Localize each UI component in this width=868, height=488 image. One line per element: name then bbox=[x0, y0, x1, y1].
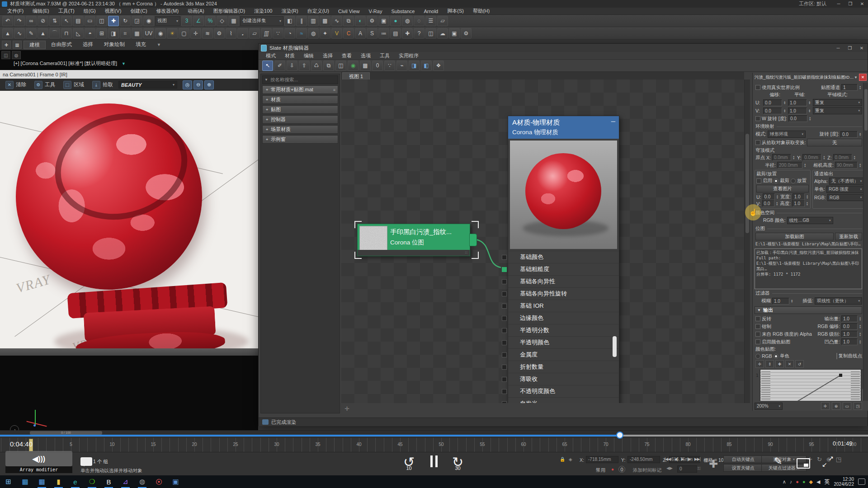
menu-动画(A)[interactable]: 动画(A) bbox=[183, 8, 209, 14]
mirror-icon[interactable]: ◧ bbox=[284, 16, 295, 26]
danmaku-chat-icon[interactable] bbox=[80, 457, 92, 466]
v-tile-field[interactable]: 1.0 bbox=[788, 108, 807, 114]
menu-文件(F)[interactable]: 文件(F) bbox=[3, 8, 28, 14]
tray-shield-icon[interactable]: ◆ bbox=[809, 479, 813, 485]
move-point-icon[interactable]: ✛ bbox=[755, 360, 764, 368]
pause-button[interactable] bbox=[430, 455, 439, 467]
slot-connector[interactable] bbox=[502, 279, 507, 284]
menu-渲染(R)[interactable]: 渲染(R) bbox=[277, 8, 302, 14]
utility-icon[interactable]: ✚ bbox=[402, 28, 413, 38]
viewport-label[interactable]: [+] [Corona Camera001] [标准*] [默认明暗处理]▼ bbox=[14, 60, 126, 67]
slate-menu-工具[interactable]: 工具 bbox=[375, 52, 394, 59]
named-selection-icon[interactable]: ▦ bbox=[228, 16, 239, 26]
menu-图形编辑器(D)[interactable]: 图形编辑器(D) bbox=[209, 8, 250, 14]
v-tile-mode-dropdown[interactable]: 重复▾ bbox=[813, 107, 862, 114]
hair-icon[interactable]: ∭ bbox=[261, 28, 272, 38]
put-to-library-icon[interactable]: ⇧ bbox=[299, 61, 310, 71]
node-header[interactable]: A材质-物理材质 Corona 物理材质 ─ bbox=[508, 116, 619, 139]
rgb-dropdown[interactable]: RGB▾ bbox=[827, 194, 864, 201]
slot-折射数量[interactable]: 折射数量 bbox=[508, 361, 619, 373]
browser-group-控制器[interactable]: ＋控制器 bbox=[262, 115, 338, 124]
layout-all-icon[interactable]: ⧉ bbox=[323, 61, 334, 71]
script-icon[interactable]: ≔ bbox=[378, 28, 389, 38]
clamp-checkbox[interactable] bbox=[755, 324, 760, 329]
w-rotate-checkbox[interactable] bbox=[755, 116, 760, 121]
material-id-channel-icon[interactable]: ❖ bbox=[433, 61, 444, 71]
camera-height-field[interactable]: 90.0mm bbox=[835, 162, 858, 169]
prev-frame-icon[interactable]: ◀| bbox=[674, 457, 677, 461]
absolute-mode-icon[interactable]: ◈ bbox=[569, 457, 572, 462]
next-frame-icon[interactable]: |▶ bbox=[687, 457, 690, 461]
rendered-frame-icon[interactable]: ▣ bbox=[378, 16, 389, 26]
crop-height-field[interactable]: 1.0 bbox=[792, 200, 805, 207]
fluid-icon[interactable]: ≈ bbox=[296, 28, 307, 38]
selection-set-dropdown[interactable]: 创建选择集▾ bbox=[240, 16, 283, 26]
connector-style-icon[interactable]: ⌁ bbox=[396, 61, 407, 71]
view-image-button[interactable]: 查看图片 bbox=[756, 185, 809, 192]
invert-checkbox[interactable] bbox=[755, 316, 760, 321]
slate-maximize-button[interactable]: ❒ bbox=[844, 45, 856, 52]
render-icon[interactable]: ● bbox=[390, 16, 401, 26]
bone-icon[interactable]: ⌇ bbox=[226, 28, 236, 38]
app-3dsmax[interactable]: ▣ bbox=[167, 475, 184, 488]
redo-icon[interactable]: ↷ bbox=[14, 16, 25, 26]
zoom-out-icon[interactable]: ⊖ bbox=[193, 80, 203, 89]
time-slider-handle[interactable]: 0 / 100 bbox=[30, 431, 102, 435]
settings2-icon[interactable]: ⚙ bbox=[461, 28, 472, 38]
slot-connector[interactable] bbox=[502, 316, 507, 321]
u-offset-field[interactable]: 0.0 bbox=[763, 99, 782, 106]
connection-wire[interactable] bbox=[476, 239, 501, 267]
app-edge[interactable]: e bbox=[67, 475, 84, 488]
slot-connector[interactable] bbox=[502, 340, 507, 345]
go-end-icon[interactable]: ▶▶| bbox=[694, 457, 700, 461]
mirror2-icon[interactable]: ◨ bbox=[108, 28, 119, 38]
mono-dropdown[interactable]: RGB 强度▾ bbox=[826, 186, 864, 193]
move-icon[interactable]: ✚ bbox=[108, 16, 119, 26]
pickup-object-button[interactable]: 无 bbox=[807, 139, 862, 146]
lock-icon[interactable]: 🔒 bbox=[560, 457, 565, 462]
system-icon[interactable]: ⚙ bbox=[214, 28, 225, 38]
ribbon-tab-自由形式[interactable]: 自由形式 bbox=[46, 41, 77, 49]
boolean-icon[interactable]: ◓ bbox=[85, 28, 95, 38]
rgb-offset-field[interactable]: 0.0 bbox=[841, 323, 858, 330]
show-background-icon[interactable]: ▩ bbox=[360, 61, 371, 71]
region-crossing-icon[interactable]: ◫ bbox=[96, 16, 107, 26]
node-scrollbar-thumb[interactable] bbox=[613, 336, 617, 357]
panel-close-button[interactable]: ✕ bbox=[859, 74, 867, 81]
video-progress-handle[interactable] bbox=[616, 432, 623, 439]
node-corona-physical-material[interactable]: A材质-物理材质 Corona 物理材质 ─ 基础颜色基础粗糙度基础各向异性基础… bbox=[508, 116, 619, 403]
canvas-vertical-scrollbar[interactable] bbox=[744, 80, 750, 403]
store-icon[interactable]: ▣ bbox=[449, 28, 460, 38]
alpha-from-rgb-checkbox[interactable] bbox=[755, 332, 760, 337]
slate-minimize-button[interactable]: ─ bbox=[832, 45, 844, 52]
slot-基础各向异性[interactable]: 基础各向异性 bbox=[508, 275, 619, 287]
slot-connector[interactable] bbox=[502, 291, 507, 296]
steering-wheel-icon[interactable]: ◍ bbox=[12, 51, 21, 59]
ribbon-min-icon[interactable]: ✚ bbox=[2, 41, 11, 49]
add-point-icon[interactable]: ✚ bbox=[775, 360, 784, 368]
pickup-transform-checkbox[interactable] bbox=[755, 140, 760, 145]
effects-icon[interactable]: ✦ bbox=[320, 28, 330, 38]
zoom-region-icon[interactable]: ▭ bbox=[843, 402, 851, 410]
slot-connector[interactable] bbox=[502, 267, 507, 272]
vfb-pass-dropdown[interactable]: BEAUTY▾ bbox=[118, 81, 177, 89]
rewind-10-button[interactable]: ↺10 bbox=[403, 455, 415, 469]
vfb-titlebar[interactable]: na Camera001 | Frame 0 [IR] bbox=[0, 70, 258, 79]
physx-icon[interactable]: ◔ bbox=[284, 28, 295, 38]
workspace-selector[interactable]: 工作区: 默认 bbox=[799, 0, 826, 7]
slate-menu-材质[interactable]: 材质 bbox=[280, 52, 299, 59]
radius-field[interactable]: 200.0mm bbox=[777, 162, 802, 169]
menu-Civil View[interactable]: Civil View bbox=[334, 9, 364, 14]
viewport[interactable]: ◫ ◍ [+] [Corona Camera001] [标准*] [默认明暗处理… bbox=[0, 50, 258, 433]
zoom-level-dropdown[interactable]: 200%▾ bbox=[755, 403, 783, 410]
colormap-mono-radio[interactable] bbox=[774, 354, 778, 359]
orbit-icon[interactable]: ↻ bbox=[817, 456, 822, 463]
rotate-icon[interactable]: ↻ bbox=[120, 16, 131, 26]
unlink-icon[interactable]: ⊘ bbox=[38, 16, 48, 26]
slot-connector[interactable] bbox=[502, 365, 507, 370]
crop-enable-checkbox[interactable] bbox=[756, 178, 761, 183]
browser-group-贴图[interactable]: ＋贴图 bbox=[262, 105, 338, 114]
slot-基础各向异性旋转[interactable]: 基础各向异性旋转 bbox=[508, 287, 619, 300]
zoom-extents2-icon[interactable]: ◳ bbox=[854, 402, 862, 410]
slate-menu-编辑[interactable]: 编辑 bbox=[299, 52, 318, 59]
